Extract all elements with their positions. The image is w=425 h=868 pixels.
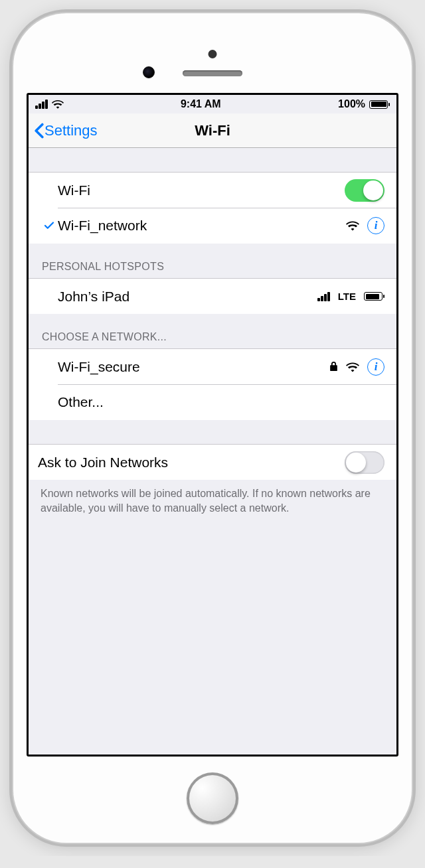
- phone-device-frame: 9:41 AM 100% Settings Wi-Fi Wi-Fi: [13, 13, 412, 843]
- checkmark-icon: [43, 220, 55, 232]
- battery-icon: [369, 100, 390, 109]
- navigation-bar: Settings Wi-Fi: [29, 113, 396, 148]
- connected-network-row[interactable]: Wi-Fi_network i: [29, 208, 396, 244]
- network-row[interactable]: Wi-Fi_secure i: [29, 348, 396, 384]
- chevron-left-icon: [34, 123, 44, 139]
- back-label: Settings: [44, 122, 98, 139]
- cellular-bars-icon: [317, 292, 330, 301]
- back-button[interactable]: Settings: [34, 122, 98, 139]
- info-icon[interactable]: i: [367, 217, 384, 234]
- sensor-dot: [209, 50, 217, 58]
- hotspot-carrier: LTE: [338, 291, 356, 302]
- content: Wi-Fi Wi-Fi_network i PERSONAL HOTSPOTS: [29, 148, 396, 755]
- choose-network-section-header: CHOOSE A NETWORK...: [29, 314, 396, 348]
- other-network-label: Other...: [58, 394, 384, 410]
- status-bar: 9:41 AM 100%: [29, 95, 396, 113]
- hotspots-section-header: PERSONAL HOTSPOTS: [29, 244, 396, 278]
- hotspot-name: John’s iPad: [58, 289, 317, 305]
- wifi-signal-icon: [346, 220, 359, 231]
- other-network-row[interactable]: Other...: [29, 384, 396, 420]
- ask-to-join-label: Ask to Join Networks: [38, 455, 345, 470]
- hotspot-row[interactable]: John’s iPad LTE: [29, 278, 396, 314]
- wifi-signal-icon: [346, 362, 359, 372]
- lock-icon: [329, 359, 338, 375]
- screen: 9:41 AM 100% Settings Wi-Fi Wi-Fi: [27, 93, 398, 757]
- ask-to-join-footer: Known networks will be joined automatica…: [29, 480, 396, 520]
- info-icon[interactable]: i: [367, 358, 384, 376]
- battery-percentage: 100%: [338, 98, 365, 110]
- wifi-toggle-label: Wi-Fi: [58, 182, 345, 198]
- connected-network-name: Wi-Fi_network: [58, 218, 346, 234]
- ask-to-join-row: Ask to Join Networks: [29, 444, 396, 480]
- hotspot-battery-icon: [364, 292, 384, 301]
- wifi-toggle[interactable]: [345, 179, 384, 202]
- hotspot-status: LTE: [317, 291, 384, 302]
- cellular-signal-icon: [35, 100, 48, 109]
- ask-to-join-toggle[interactable]: [345, 451, 384, 474]
- speaker-grill: [183, 70, 242, 76]
- front-camera: [143, 66, 155, 78]
- home-button[interactable]: [187, 772, 238, 824]
- wifi-toggle-row: Wi-Fi: [29, 172, 396, 208]
- status-time: 9:41 AM: [181, 98, 221, 110]
- network-name: Wi-Fi_secure: [58, 359, 329, 375]
- wifi-status-icon: [52, 100, 64, 109]
